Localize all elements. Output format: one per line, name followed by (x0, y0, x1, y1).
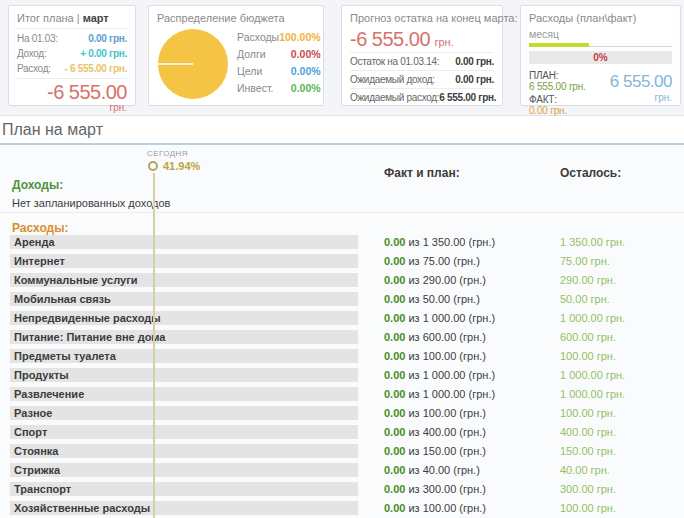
expense-plan-value: из 100.00 (грн.) (408, 502, 486, 514)
expense-category-name[interactable]: Коммунальные услуги (10, 273, 358, 287)
expense-category-name[interactable]: Спорт (10, 425, 358, 439)
expense-category-name[interactable]: Мобильная связь (10, 292, 358, 306)
budget-pie-chart (157, 28, 229, 100)
expense-plan-value: из 50.00 (грн.) (408, 293, 479, 305)
plan-total-row-label: На 01.03: (17, 33, 58, 44)
expense-category-name[interactable]: Развлечение (10, 387, 358, 401)
column-header-remaining: Осталось: (560, 166, 621, 180)
expense-remaining-value: 100.00 грн. (560, 349, 616, 363)
plan-total-amount: -6 555.00 грн. (17, 78, 127, 113)
panel-budget-distribution: Распределение бюджета Расходы 100.00% До… (148, 5, 324, 106)
expense-plan-value: из 100.00 (грн.) (408, 350, 486, 362)
page-title: План на март (0, 116, 684, 143)
panel-plan-total-title: Итог плана | март (17, 12, 127, 29)
expense-row[interactable]: Непредвиденные расходы 0.00из 1 000.00 (… (0, 309, 684, 328)
forecast-row-label: Остаток на 01.03.14: (350, 56, 439, 67)
expense-progress-bar: Аренда (10, 235, 358, 249)
plan-big-number: 6 555.00 (610, 72, 672, 92)
expense-category-name[interactable]: Стоянка (10, 444, 358, 458)
expense-fact-plan: 0.00из 100.00 (грн.) (384, 501, 486, 515)
legend-label: Расходы (237, 30, 279, 47)
expense-category-name[interactable]: Интернет (10, 254, 358, 268)
plan-total-row-value: - 6 555.00 грн. (65, 63, 127, 74)
plan-total-row: Расход: - 6 555.00 грн. (17, 63, 127, 74)
expense-category-name[interactable]: Разное (10, 406, 358, 420)
expense-fact-plan: 0.00из 400.00 (грн.) (384, 425, 486, 439)
expense-fact-plan: 0.00из 40.00 (грн.) (384, 463, 480, 477)
month-selector-link[interactable]: март (83, 12, 109, 24)
expense-fact-value: 0.00 (384, 464, 405, 476)
forecast-row-value: 6 555.00 грн. (439, 92, 496, 103)
today-timeline (153, 173, 155, 518)
forecast-row-value: 0.00 грн. (455, 74, 494, 85)
panel-plan-total: Итог плана | март На 01.03: 0.00 грн. До… (8, 5, 136, 106)
expense-row[interactable]: Интернет 0.00из 75.00 (грн.) 75.00 грн. (0, 252, 684, 271)
panel-forecast-title: Прогноз остатка на конец марта: (350, 12, 494, 24)
expense-progress-bar: Разное (10, 406, 358, 420)
expense-remaining-value: 50.00 грн. (560, 292, 610, 306)
expense-fact-plan: 0.00из 100.00 (грн.) (384, 349, 486, 363)
expense-fact-plan: 0.00из 300.00 (грн.) (384, 482, 486, 496)
expense-row[interactable]: Аренда 0.00из 1 350.00 (грн.) 1 350.00 г… (0, 233, 684, 252)
spend-progress-bar: 0% (529, 51, 672, 64)
month-elapsed-bar (529, 43, 672, 47)
expense-row[interactable]: Мобильная связь 0.00из 50.00 (грн.) 50.0… (0, 290, 684, 309)
expense-fact-plan: 0.00из 75.00 (грн.) (384, 254, 480, 268)
expense-plan-value: из 1 000.00 (грн.) (408, 388, 495, 400)
expense-row[interactable]: Стрижка 0.00из 40.00 (грн.) 40.00 грн. (0, 461, 684, 480)
expense-rows: Аренда 0.00из 1 350.00 (грн.) 1 350.00 г… (0, 233, 684, 518)
expense-category-name[interactable]: Стрижка (10, 463, 358, 477)
expense-progress-bar: Стрижка (10, 463, 358, 477)
expense-progress-bar: Продукты (10, 368, 358, 382)
legend-value: 0.00% (291, 47, 321, 64)
expense-fact-value: 0.00 (384, 388, 405, 400)
plan-total-row: Доход: + 0.00 грн. (17, 48, 127, 59)
forecast-row-label: Ожидаемый расход: (350, 92, 439, 103)
expense-row[interactable]: Предметы туалета 0.00из 100.00 (грн.) 10… (0, 347, 684, 366)
expense-row[interactable]: Стоянка 0.00из 150.00 (грн.) 150.00 грн. (0, 442, 684, 461)
legend-row: Долги 0.00% (237, 47, 321, 64)
expense-progress-bar: Стоянка (10, 444, 358, 458)
expense-row[interactable]: Разное 0.00из 100.00 (грн.) 100.00 грн. (0, 404, 684, 423)
period-selector-link[interactable]: месяц (529, 28, 559, 40)
today-label: СЕГОДНЯ (147, 149, 188, 158)
dashboard: Итог плана | март На 01.03: 0.00 грн. До… (0, 0, 684, 116)
expense-category-name[interactable]: Непредвиденные расходы (10, 311, 358, 325)
expense-row[interactable]: Спорт 0.00из 400.00 (грн.) 400.00 грн. (0, 423, 684, 442)
plan-fact-left-column: ПЛАН: 6 555.00 грн. ФАКТ: 0.00 грн. (529, 70, 586, 116)
expense-row[interactable]: Развлечение 0.00из 1 000.00 (грн.) 1 000… (0, 385, 684, 404)
expense-fact-value: 0.00 (384, 502, 405, 514)
expense-category-name[interactable]: Транспорт (10, 482, 358, 496)
plan-total-row-label: Доход: (17, 48, 46, 59)
expense-row[interactable]: Питание: Питание вне дома 0.00из 600.00 … (0, 328, 684, 347)
expense-progress-bar: Спорт (10, 425, 358, 439)
expense-row[interactable]: Продукты 0.00из 1 000.00 (грн.) 1 000.00… (0, 366, 684, 385)
plan-total-currency: грн. (17, 103, 127, 113)
today-percent: 41.94% (163, 160, 200, 172)
expense-progress-bar: Транспорт (10, 482, 358, 496)
expense-category-name[interactable]: Хозяйственные расходы (10, 501, 358, 515)
expense-row[interactable]: Коммунальные услуги 0.00из 290.00 (грн.)… (0, 271, 684, 290)
expense-row[interactable]: Транспорт 0.00из 300.00 (грн.) 300.00 гр… (0, 480, 684, 499)
expense-category-name[interactable]: Продукты (10, 368, 358, 382)
column-header-fact-plan: Факт и план: (384, 166, 460, 180)
expense-row[interactable]: Хозяйственные расходы 0.00из 100.00 (грн… (0, 499, 684, 518)
expense-fact-plan: 0.00из 50.00 (грн.) (384, 292, 480, 306)
forecast-total-number: -6 555.00 (350, 28, 430, 50)
panel-forecast: Прогноз остатка на конец марта: -6 555.0… (341, 5, 503, 106)
forecast-row-value: 0.00 грн. (455, 56, 494, 67)
legend-row: Расходы 100.00% (237, 30, 321, 47)
expense-plan-value: из 400.00 (грн.) (408, 426, 486, 438)
legend-row: Инвест. 0.00% (237, 81, 321, 98)
expense-progress-bar: Питание: Питание вне дома (10, 330, 358, 344)
expense-remaining-value: 1 350.00 грн. (560, 235, 625, 249)
expense-fact-value: 0.00 (384, 483, 405, 495)
expense-plan-value: из 290.00 (грн.) (408, 274, 486, 286)
expense-fact-value: 0.00 (384, 312, 405, 324)
expense-fact-plan: 0.00из 150.00 (грн.) (384, 444, 486, 458)
plan-label: ПЛАН: (529, 70, 586, 81)
expense-category-name[interactable]: Питание: Питание вне дома (10, 330, 358, 344)
expense-category-name[interactable]: Аренда (10, 235, 358, 249)
expense-category-name[interactable]: Предметы туалета (10, 349, 358, 363)
plan-big-amount: 6 555.00 грн. (610, 72, 672, 116)
